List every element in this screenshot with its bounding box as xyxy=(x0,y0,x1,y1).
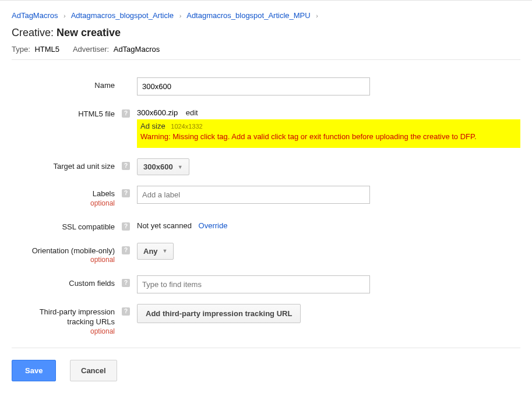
target-ad-unit-dropdown[interactable]: 300x600 ▼ xyxy=(137,158,189,175)
warning-text: Warning: Missing click tag. Add a valid … xyxy=(140,132,517,142)
warning-box: Ad size 1024x1332 Warning: Missing click… xyxy=(137,119,520,148)
advertiser-value: AdTagMacros xyxy=(114,45,160,54)
optional-text: optional xyxy=(12,256,115,265)
breadcrumb-separator: › xyxy=(64,12,66,19)
divider xyxy=(12,59,520,60)
optional-text: optional xyxy=(12,199,115,208)
override-link[interactable]: Override xyxy=(199,221,228,230)
title-name: New creative xyxy=(57,27,121,38)
target-ad-unit-value: 300x600 xyxy=(143,162,173,171)
help-icon[interactable]: ? xyxy=(122,189,130,197)
breadcrumb-separator: › xyxy=(179,12,182,19)
orientation-value: Any xyxy=(143,247,158,256)
edit-link[interactable]: edit xyxy=(186,108,198,117)
breadcrumb-item-2[interactable]: Adtagmacros_blogspot_Article xyxy=(71,11,174,20)
breadcrumb-item-1[interactable]: AdTagMacros xyxy=(12,11,58,20)
add-tracking-url-button[interactable]: Add third-party impression tracking URL xyxy=(137,304,301,323)
html5-file-label: HTML5 file xyxy=(12,106,119,119)
advertiser-label: Advertiser: xyxy=(73,45,109,54)
file-name: 300x600.zip xyxy=(137,108,178,117)
custom-fields-input[interactable] xyxy=(137,275,370,293)
name-input[interactable] xyxy=(137,77,370,95)
name-label: Name xyxy=(12,77,119,91)
help-icon[interactable]: ? xyxy=(122,222,130,231)
help-icon[interactable]: ? xyxy=(122,162,130,170)
ssl-label: SSL compatible xyxy=(12,219,119,232)
type-value: HTML5 xyxy=(34,45,59,54)
help-icon[interactable]: ? xyxy=(122,109,130,118)
ad-size-value: 1024x1332 xyxy=(171,123,202,130)
help-icon[interactable]: ? xyxy=(122,246,130,254)
footer-actions: Save Cancel xyxy=(12,348,520,393)
tracking-label: Third-party impression tracking URLs xyxy=(40,307,115,326)
help-icon[interactable]: ? xyxy=(122,307,130,316)
cancel-button[interactable]: Cancel xyxy=(70,360,117,381)
labels-label: Labels xyxy=(93,189,115,198)
orientation-dropdown[interactable]: Any ▼ xyxy=(137,243,174,260)
meta-info: Type: HTML5 Advertiser: AdTagMacros xyxy=(12,45,520,54)
breadcrumb: AdTagMacros › Adtagmacros_blogspot_Artic… xyxy=(12,6,520,27)
page-title: Creative: New creative xyxy=(12,27,520,39)
labels-input[interactable] xyxy=(137,186,370,204)
title-prefix: Creative: xyxy=(12,27,54,38)
ad-size-label: Ad size xyxy=(140,122,165,130)
breadcrumb-separator: › xyxy=(316,12,318,19)
ssl-status: Not yet scanned xyxy=(137,221,192,230)
custom-fields-label: Custom fields xyxy=(12,275,119,289)
orientation-label: Orientation (mobile-only) xyxy=(32,246,115,255)
help-icon[interactable]: ? xyxy=(122,279,130,287)
breadcrumb-item-3[interactable]: Adtagmacros_blogspot_Article_MPU xyxy=(186,11,310,20)
target-ad-unit-label: Target ad unit size xyxy=(12,158,119,172)
chevron-down-icon: ▼ xyxy=(178,164,183,170)
type-label: Type: xyxy=(12,45,30,54)
save-button[interactable]: Save xyxy=(12,360,56,381)
optional-text: optional xyxy=(12,327,115,337)
chevron-down-icon: ▼ xyxy=(163,248,168,254)
